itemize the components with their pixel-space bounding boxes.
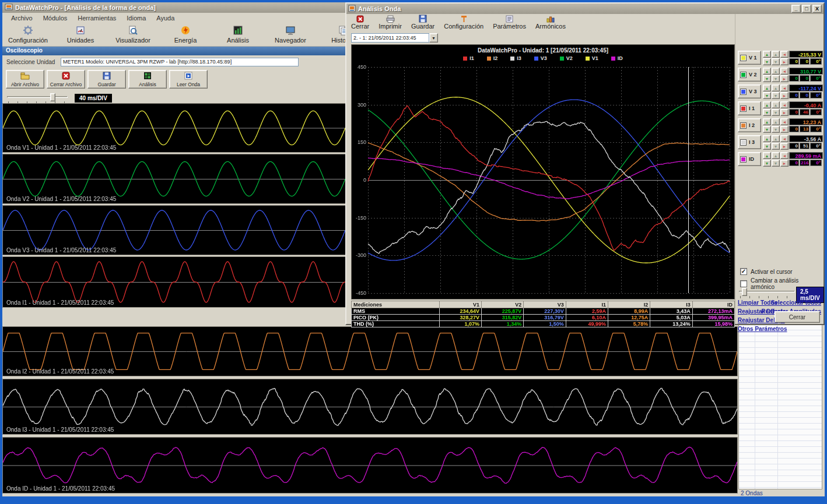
toolbar-button-analisis[interactable]: Análisis — [216, 24, 260, 44]
unit-selector-combo[interactable]: METER1 Modelo: UNIVERSAL 3PM RZWP - lab … — [61, 58, 299, 66]
osc-slider-thumb[interactable] — [50, 93, 55, 101]
file-button-leer-onda[interactable]: Leer Onda — [169, 70, 208, 89]
amp-down-button[interactable]: ▼ — [763, 126, 771, 133]
offset-up-button[interactable]: ▲ — [772, 152, 780, 159]
amp-up-button[interactable]: ▲ — [763, 152, 771, 159]
osc-timebase-slider[interactable] — [7, 92, 68, 104]
cell-value: 1,50% — [524, 321, 566, 327]
amp-down-button[interactable]: ▼ — [763, 58, 771, 65]
delay-right-button[interactable]: ► — [780, 143, 789, 150]
amp-down-button[interactable]: ▼ — [763, 75, 771, 82]
channel-toggle-id[interactable]: ID — [738, 152, 761, 166]
cell-value: 2,59A — [566, 308, 608, 315]
delay-left-button[interactable]: ◄ — [780, 135, 789, 142]
menu-item-archivo[interactable]: Archivo — [6, 14, 38, 22]
amp-down-button[interactable]: ▼ — [763, 160, 771, 167]
channel-toggle-i-3[interactable]: I 3 — [738, 135, 761, 149]
amp-up-button[interactable]: ▲ — [763, 118, 771, 125]
amp-up-button[interactable]: ▲ — [763, 135, 771, 142]
offset-up-button[interactable]: ▲ — [772, 51, 780, 58]
amp-up-button[interactable]: ▲ — [763, 101, 771, 108]
file-button-cerrar-archivo[interactable]: Cerrar Archivo — [47, 70, 85, 89]
amp-down-button[interactable]: ▼ — [763, 109, 771, 116]
wave-panel-label: Onda I2 - Unidad 1 - 21/05/2011 22:03:45 — [6, 368, 114, 375]
offset-up-button[interactable]: ▲ — [772, 84, 780, 91]
toolbar-button-visualizador[interactable]: Visualizador — [111, 24, 155, 44]
offset-down-button[interactable]: ▼ — [772, 126, 780, 133]
amp-up-button[interactable]: ▲ — [763, 68, 771, 75]
channel-toggle-i-2[interactable]: I 2 — [738, 118, 761, 132]
offset-up-button[interactable]: ▲ — [772, 118, 780, 125]
menu-item-ayuda[interactable]: Ayuda — [151, 14, 180, 22]
link-seleccionar-todos[interactable]: Seleccionar todos — [771, 299, 821, 306]
offset-up-button[interactable]: ▲ — [772, 68, 780, 75]
channel-label: ID — [749, 156, 754, 162]
channel-toggle-i-1[interactable]: I 1 — [738, 101, 761, 115]
dialog-titlebar[interactable]: Análisis Onda _ □ X — [346, 3, 824, 14]
file-button-guardar[interactable]: Guardar — [87, 70, 126, 89]
delay-right-button[interactable]: ► — [780, 109, 789, 116]
channel-offset-value: 0° — [810, 75, 822, 82]
offset-down-button[interactable]: ▼ — [772, 109, 780, 116]
offset-down-button[interactable]: ▼ — [772, 75, 780, 82]
main-window-title: DataWatchPro - [Análisis de la forma de … — [15, 4, 156, 11]
channel-toggle-v-1[interactable]: V 1 — [738, 51, 761, 65]
record-selector-combo[interactable]: 2. - 1: 21/05/2011 22:03:45 — [351, 33, 429, 43]
dialog-toolbar-button-configuracion[interactable]: Configuración — [444, 15, 483, 30]
dialog-toolbar-button-imprimir[interactable]: Imprimir — [379, 15, 402, 30]
chart-slider-thumb[interactable] — [742, 288, 747, 296]
menu-item-modulos[interactable]: Módulos — [38, 14, 73, 22]
dialog-toolbar-button-guardar[interactable]: Guardar — [411, 15, 434, 30]
screen: DataWatchPro - [Análisis de la forma de … — [0, 0, 827, 504]
dialog-toolbar-button-armonicos[interactable]: Armónicos — [535, 15, 566, 30]
dialog-icon — [348, 5, 356, 13]
offset-down-button[interactable]: ▼ — [772, 143, 780, 150]
delay-left-button[interactable]: ◄ — [780, 152, 789, 159]
delay-left-button[interactable]: ◄ — [780, 68, 789, 75]
amp-down-button[interactable]: ▼ — [763, 143, 771, 150]
offset-up-button[interactable]: ▲ — [772, 101, 780, 108]
delay-left-button[interactable]: ◄ — [780, 101, 789, 108]
file-button-abrir-archivo[interactable]: Abrir Archivo — [6, 70, 44, 89]
delay-right-button[interactable]: ► — [780, 58, 789, 65]
maximize-button[interactable]: □ — [802, 5, 811, 13]
wave-list-grid[interactable] — [738, 324, 822, 489]
delay-right-button[interactable]: ► — [780, 92, 789, 99]
channel-offset-value: 0 — [789, 92, 799, 98]
file-button-analisis[interactable]: Análisis — [128, 70, 167, 89]
delay-right-button[interactable]: ► — [780, 160, 789, 167]
dialog-toolbar-button-cerrar[interactable]: Cerrar — [351, 15, 369, 30]
chevron-down-icon[interactable]: ▼ — [429, 33, 438, 43]
minimize-button[interactable]: _ — [791, 5, 801, 13]
toolbar-button-unidades[interactable]: Unidades — [58, 24, 103, 44]
amp-up-button[interactable]: ▲ — [763, 51, 771, 58]
menu-item-herramientas[interactable]: Herramientas — [72, 14, 121, 22]
link-otros-parametros[interactable]: Otros Parámetros — [738, 326, 787, 332]
toolbar-button-configuracion[interactable]: Configuración — [6, 24, 50, 44]
toolbar-button-navegador[interactable]: Navegador — [268, 24, 313, 44]
cursor-checkbox[interactable]: ✓ — [740, 268, 747, 275]
offset-up-button[interactable]: ▲ — [772, 135, 780, 142]
amp-up-button[interactable]: ▲ — [763, 84, 771, 91]
menu-item-idioma[interactable]: Idioma — [121, 14, 151, 22]
delay-left-button[interactable]: ◄ — [780, 118, 789, 125]
wave-panel-label: Onda I1 - Unidad 1 - 21/05/2011 22:03:45 — [6, 299, 114, 306]
delay-right-button[interactable]: ► — [780, 126, 789, 133]
amp-down-button[interactable]: ▼ — [763, 92, 771, 99]
toolbar-button-energia[interactable]: Energía — [163, 24, 208, 44]
dialog-close-button[interactable]: Cerrar — [775, 311, 820, 323]
delay-left-button[interactable]: ◄ — [780, 84, 789, 91]
chart-timebase-slider[interactable] — [739, 287, 795, 298]
offset-down-button[interactable]: ▼ — [772, 58, 780, 65]
app-icon — [5, 3, 13, 12]
cell-value: 3,43A — [650, 308, 692, 315]
channel-toggle-v-3[interactable]: V 3 — [738, 84, 761, 98]
delay-right-button[interactable]: ► — [780, 75, 789, 82]
dialog-toolbar-button-parametros[interactable]: Parámetros — [493, 15, 526, 30]
dialog-toolbar-label: Guardar — [411, 23, 434, 30]
channel-toggle-v-2[interactable]: V 2 — [738, 68, 761, 82]
delay-left-button[interactable]: ◄ — [780, 51, 789, 58]
offset-down-button[interactable]: ▼ — [772, 92, 780, 99]
close-icon[interactable]: X — [812, 5, 822, 13]
offset-down-button[interactable]: ▼ — [772, 160, 780, 167]
